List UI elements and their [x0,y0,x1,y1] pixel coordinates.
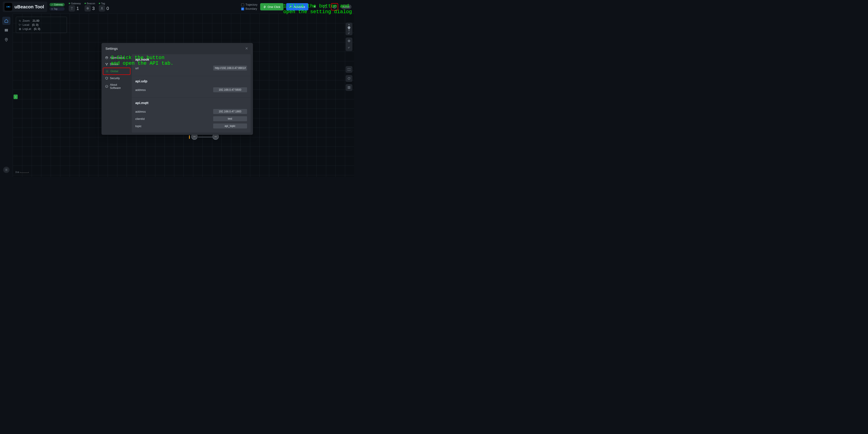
mqtt-topic-input[interactable] [213,123,247,128]
field-label-mqtt-clientid: clientId [135,117,145,120]
field-label-mqtt-topic: topic [135,124,142,128]
mqtt-address-input[interactable] [213,109,247,114]
hook-url-input[interactable] [213,65,247,70]
field-label-hook-url: url [135,66,138,70]
annotation-1: 1.Click the button and open the setting … [283,3,352,15]
section-api-udp: api.udp address [132,76,251,98]
svg-point-21 [107,57,107,57]
svg-point-25 [107,71,107,72]
svg-point-20 [106,57,106,57]
udp-address-input[interactable] [213,87,247,92]
svg-point-23 [107,63,107,63]
mqtt-clientid-input[interactable] [213,116,247,121]
dialog-backdrop: Settings Appearance Device [0,0,354,177]
svg-point-24 [106,65,107,65]
annotation-2: 2.Click the button and open the API tab. [111,55,174,66]
sidebar-item-about[interactable]: About Software [103,82,130,91]
palette-icon [105,56,108,59]
shield-icon [105,77,108,80]
field-label-mqtt-address: address [135,110,146,113]
field-label-udp-address: address [135,88,146,92]
dialog-title: Settings [105,47,118,51]
info-icon [105,85,108,88]
close-icon[interactable] [244,46,249,51]
device-icon [105,63,108,66]
section-title-mqtt: api.mqtt [135,101,247,105]
section-title-udp: api.udp [135,79,247,83]
gear-icon [105,70,109,73]
sidebar-item-security[interactable]: Security [103,75,130,81]
sidebar-item-global[interactable]: Global [103,68,130,75]
section-api-mqtt: api.mqtt address clientId topic [132,98,251,133]
svg-point-19 [105,57,108,59]
svg-point-22 [105,63,106,63]
